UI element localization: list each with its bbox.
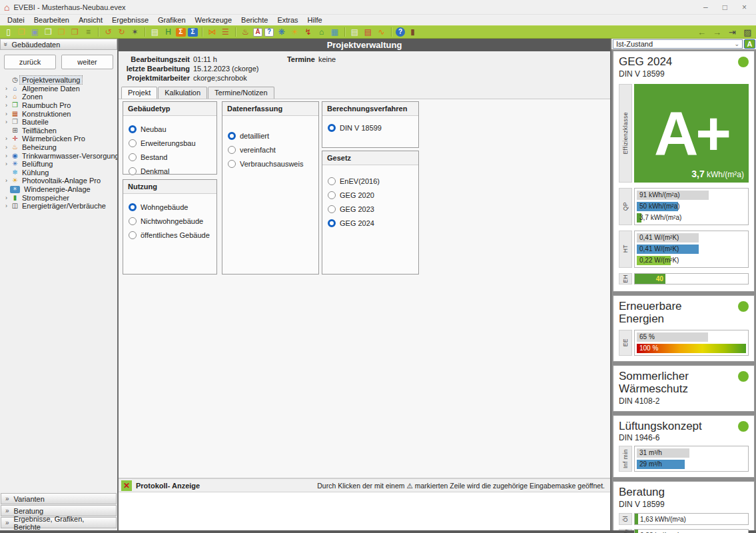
radio-geg-2020[interactable]: GEG 2020 bbox=[328, 191, 413, 199]
tree-item-stromspeicher[interactable]: ›▮Stromspeicher bbox=[3, 193, 116, 202]
tree-item-label[interactable]: Teilflächen bbox=[20, 127, 59, 135]
menu-ansicht[interactable]: Ansicht bbox=[74, 15, 107, 25]
tree-item-bauteile[interactable]: ›❐Bauteile bbox=[3, 118, 116, 127]
tree-item-trinkwarmwasser[interactable]: ›◉Trinkwarmwasser-Versorgung bbox=[3, 151, 116, 160]
copy-icon[interactable]: ❐ bbox=[43, 27, 54, 37]
section-varianten[interactable]: »Varianten bbox=[1, 493, 117, 504]
radio-erweiterungsbau[interactable]: Erweiterungsbau bbox=[129, 139, 211, 147]
tree-item-waermebruecken[interactable]: ›✛Wärmebrücken Pro bbox=[3, 135, 116, 143]
electricity-icon[interactable]: ↯ bbox=[302, 27, 314, 37]
expander-icon[interactable]: › bbox=[3, 102, 10, 109]
section-ergebnisse[interactable]: »Ergebnisse, Grafiken, Berichte bbox=[1, 517, 117, 528]
expander-icon[interactable]: › bbox=[3, 195, 10, 201]
report-error-icon[interactable]: ▤ bbox=[362, 27, 374, 37]
radio-icon[interactable] bbox=[328, 219, 336, 227]
tree-item-beheizung[interactable]: ›♨Beheizung bbox=[3, 143, 116, 152]
radio-icon[interactable] bbox=[129, 203, 137, 211]
heating-mode-icon[interactable]: ♨ bbox=[240, 27, 251, 37]
tree-item-energietraeger[interactable]: ›◫Energieträger/Verbräuche bbox=[3, 202, 116, 211]
variant-dropdown[interactable]: Ist-Zustand ⌄ bbox=[613, 39, 743, 49]
climate-a-icon[interactable]: A bbox=[253, 28, 262, 37]
tree-item-label[interactable]: Beheizung bbox=[20, 143, 59, 151]
fan-icon[interactable]: ❋ bbox=[276, 27, 287, 37]
radio-label[interactable]: Erweiterungsbau bbox=[141, 139, 196, 147]
chart-curve-icon[interactable]: ∿ bbox=[376, 27, 387, 37]
tree-item-konstruktionen[interactable]: ›▦Konstruktionen bbox=[3, 109, 116, 118]
sigma-sum-icon[interactable]: Σ bbox=[176, 28, 186, 37]
menu-bearbeiten[interactable]: Bearbeiten bbox=[29, 15, 74, 25]
recent-files-icon[interactable]: ≡ bbox=[83, 27, 94, 37]
tree-item-label[interactable]: Energieträger/Verbräuche bbox=[20, 202, 108, 210]
radio-icon[interactable] bbox=[129, 125, 137, 133]
menu-werkzeuge[interactable]: Werkzeuge bbox=[190, 15, 236, 25]
radio-label[interactable]: GEG 2024 bbox=[340, 219, 374, 227]
radio-label[interactable]: Wohngebäude bbox=[141, 203, 188, 211]
nav-forward-icon[interactable]: → bbox=[711, 27, 723, 37]
protocol-list-icon[interactable]: ☰ bbox=[220, 27, 231, 37]
menu-berichte[interactable]: Berichte bbox=[236, 15, 272, 25]
tree-item-label[interactable]: Allgemeine Daten bbox=[20, 85, 82, 93]
info-icon[interactable]: ? bbox=[264, 28, 274, 37]
tree-item-label[interactable]: Konstruktionen bbox=[20, 110, 73, 118]
menu-ergebnisse[interactable]: Ergebnisse bbox=[107, 15, 153, 25]
undo-icon[interactable]: ↺ bbox=[103, 27, 114, 37]
expander-icon[interactable]: › bbox=[3, 161, 10, 167]
nav-goto-icon[interactable]: ⇥ bbox=[727, 27, 738, 37]
report-preview-icon[interactable]: ▤ bbox=[349, 27, 360, 37]
close-button[interactable]: × bbox=[742, 3, 747, 12]
radio-neubau[interactable]: Neubau bbox=[129, 125, 211, 133]
expander-icon[interactable]: › bbox=[3, 153, 10, 159]
radio-enev-2016[interactable]: EnEV(2016) bbox=[328, 177, 413, 185]
minimize-button[interactable]: – bbox=[703, 3, 708, 12]
radio-verbrauchsausweis[interactable]: Verbrauchsausweis bbox=[228, 160, 313, 168]
radio-label[interactable]: DIN V 18599 bbox=[340, 124, 382, 132]
radio-label[interactable]: EnEV(2016) bbox=[340, 177, 380, 185]
tree-item-teilflaechen[interactable]: ⊞Teilflächen bbox=[3, 127, 116, 135]
radio-geg-2023[interactable]: GEG 2023 bbox=[328, 205, 413, 213]
tab-termine-notizen[interactable]: Termine/Notizen bbox=[208, 87, 274, 99]
expander-icon[interactable]: › bbox=[3, 85, 10, 92]
wizard-icon[interactable]: ✶ bbox=[129, 27, 141, 37]
radio-icon[interactable] bbox=[228, 132, 236, 140]
menu-datei[interactable]: Datei bbox=[3, 15, 29, 25]
tree-item-label[interactable]: Stromspeicher bbox=[20, 194, 71, 202]
radio-detailliert[interactable]: detailliert bbox=[228, 132, 313, 140]
radio-vereinfacht[interactable]: vereinfacht bbox=[228, 146, 313, 154]
expander-icon[interactable]: › bbox=[3, 203, 10, 209]
house-energy-icon[interactable]: ⌂ bbox=[316, 27, 327, 37]
radio-icon[interactable] bbox=[328, 191, 336, 199]
save-icon[interactable]: ▣ bbox=[29, 27, 41, 37]
tree-item-belueftung[interactable]: ›✳Belüftung bbox=[3, 160, 116, 169]
tree-item-label[interactable]: Photovoltaik-Anlage Pro bbox=[20, 177, 103, 185]
back-button[interactable]: zurück bbox=[4, 55, 56, 69]
radio-label[interactable]: GEG 2020 bbox=[340, 191, 374, 199]
tree-item-label[interactable]: Belüftung bbox=[20, 160, 55, 168]
radio-label[interactable]: vereinfacht bbox=[240, 146, 276, 154]
nav-back-icon[interactable]: ← bbox=[696, 27, 707, 37]
h-transmission-icon[interactable]: H bbox=[163, 27, 174, 37]
tree-item-allgemeine-daten[interactable]: ›⌂Allgemeine Daten bbox=[3, 85, 116, 93]
radio-label[interactable]: öffentliches Gebäude bbox=[141, 231, 210, 239]
flowchart-icon[interactable]: ⋈ bbox=[206, 27, 218, 37]
radio-icon[interactable] bbox=[129, 231, 137, 239]
help-icon[interactable]: ? bbox=[396, 27, 405, 37]
exit-door-icon[interactable]: ▮ bbox=[407, 27, 418, 37]
expander-icon[interactable]: › bbox=[3, 111, 10, 117]
report-document-icon[interactable]: ▤ bbox=[149, 27, 161, 37]
radio-icon[interactable] bbox=[228, 160, 236, 168]
export-folder-icon[interactable]: ❒ bbox=[69, 27, 81, 37]
menu-hilfe[interactable]: Hilfe bbox=[303, 15, 327, 25]
tree-item-label[interactable]: Projektverwaltung bbox=[20, 76, 82, 84]
expander-icon[interactable]: › bbox=[3, 119, 10, 125]
radio-icon[interactable] bbox=[129, 167, 137, 175]
radio-label[interactable]: Nichtwohngebäude bbox=[141, 217, 203, 225]
a-rating-button[interactable]: A bbox=[744, 39, 755, 49]
tree-item-kuehlung[interactable]: ❄Kühlung bbox=[3, 169, 116, 177]
radio-oeffentliches-gebaeude[interactable]: öffentliches Gebäude bbox=[129, 231, 211, 239]
menu-grafiken[interactable]: Grafiken bbox=[153, 15, 190, 25]
radio-icon[interactable] bbox=[129, 217, 137, 225]
expander-icon[interactable]: › bbox=[3, 144, 10, 151]
radio-icon[interactable] bbox=[328, 124, 336, 132]
radio-din-v-18599[interactable]: DIN V 18599 bbox=[328, 124, 413, 132]
tree-item-photovoltaik[interactable]: ›☀Photovoltaik-Anlage Pro bbox=[3, 177, 116, 185]
